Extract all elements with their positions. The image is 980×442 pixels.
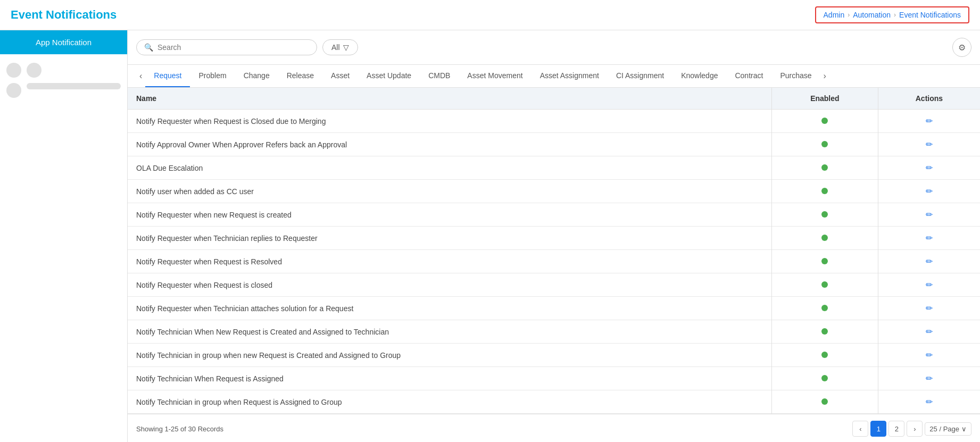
pagination-page-2[interactable]: 2 (888, 421, 904, 437)
edit-icon[interactable]: ✏ (926, 233, 933, 243)
row-name: Notify Technician When New Request is Cr… (128, 320, 771, 344)
tab-prev-button[interactable]: ‹ (136, 71, 145, 81)
table-row: Notify Technician in group when Request … (128, 390, 980, 414)
table-row: Notify Technician in group when new Requ… (128, 344, 980, 367)
filter-label: All (331, 43, 340, 52)
sidebar: App Notification (0, 30, 128, 442)
edit-icon[interactable]: ✏ (926, 116, 933, 126)
tab-asset-movement[interactable]: Asset Movement (459, 65, 531, 87)
placeholder-rect-1 (27, 83, 121, 89)
row-actions[interactable]: ✏ (878, 297, 980, 320)
breadcrumb-automation[interactable]: Automation (853, 11, 891, 19)
edit-icon[interactable]: ✏ (926, 374, 933, 383)
notifications-table: Name Enabled Actions Notify Requester wh… (128, 88, 980, 414)
per-page-selector[interactable]: 25 / Page ∨ (925, 422, 971, 436)
tab-cmdb[interactable]: CMDB (420, 65, 459, 87)
edit-icon[interactable]: ✏ (926, 327, 933, 336)
tab-ci-assignment[interactable]: CI Assignment (608, 65, 672, 87)
edit-icon[interactable]: ✏ (926, 397, 933, 406)
row-actions[interactable]: ✏ (878, 344, 980, 367)
breadcrumb-event-notifications[interactable]: Event Notifications (899, 11, 961, 19)
edit-icon[interactable]: ✏ (926, 280, 933, 289)
row-actions[interactable]: ✏ (878, 203, 980, 227)
tab-asset-assignment[interactable]: Asset Assignment (531, 65, 608, 87)
table-header-row: Name Enabled Actions (128, 88, 980, 110)
row-name: Notify Technician in group when Request … (128, 390, 771, 414)
tab-asset[interactable]: Asset (322, 65, 358, 87)
edit-icon[interactable]: ✏ (926, 304, 933, 313)
enabled-dot (821, 211, 828, 218)
enabled-dot (821, 281, 828, 288)
tab-knowledge[interactable]: Knowledge (672, 65, 726, 87)
edit-icon[interactable]: ✏ (926, 210, 933, 219)
edit-icon[interactable]: ✏ (926, 351, 933, 360)
breadcrumb-sep-2: › (894, 11, 896, 19)
row-actions[interactable]: ✏ (878, 156, 980, 180)
enabled-dot (821, 305, 828, 311)
row-actions[interactable]: ✏ (878, 273, 980, 297)
edit-icon[interactable]: ✏ (926, 163, 933, 172)
enabled-dot (821, 188, 828, 194)
per-page-chevron: ∨ (961, 425, 967, 433)
tab-problem[interactable]: Problem (190, 65, 235, 87)
edit-icon[interactable]: ✏ (926, 257, 933, 266)
pagination-info: Showing 1-25 of 30 Records (136, 425, 223, 433)
row-actions[interactable]: ✏ (878, 227, 980, 250)
table-row: Notify Requester when Technician attache… (128, 297, 980, 320)
search-input[interactable] (157, 43, 309, 52)
edit-icon[interactable]: ✏ (926, 140, 933, 149)
pagination-prev[interactable]: ‹ (852, 421, 868, 437)
enabled-dot (821, 235, 828, 241)
row-actions[interactable]: ✏ (878, 390, 980, 414)
app-notification-button[interactable]: App Notification (0, 30, 127, 54)
row-name: Notify Requester when Request is closed (128, 273, 771, 297)
main-content: 🔍 All ▽ ⚙ ‹ Request Problem Change Relea… (128, 30, 980, 442)
pagination-next[interactable]: › (907, 421, 923, 437)
row-name: Notify Requester when Technician attache… (128, 297, 771, 320)
table-row: Notify Requester when Technician replies… (128, 227, 980, 250)
table-row: Notify Technician When Request is Assign… (128, 367, 980, 390)
row-enabled (771, 367, 878, 390)
row-actions[interactable]: ✏ (878, 367, 980, 390)
tab-next-button[interactable]: › (820, 71, 829, 81)
row-actions[interactable]: ✏ (878, 133, 980, 156)
row-name: Notify Requester when Request is Closed … (128, 110, 771, 133)
breadcrumb-admin[interactable]: Admin (824, 11, 845, 19)
per-page-label: 25 / Page (929, 425, 959, 433)
enabled-dot (821, 118, 828, 124)
placeholder-circle-3 (6, 83, 21, 98)
enabled-dot (821, 398, 828, 405)
tab-purchase[interactable]: Purchase (771, 65, 820, 87)
row-enabled (771, 203, 878, 227)
row-name: Notify Requester when Technician replies… (128, 227, 771, 250)
column-name: Name (128, 88, 771, 110)
row-enabled (771, 110, 878, 133)
row-actions[interactable]: ✏ (878, 180, 980, 203)
row-actions[interactable]: ✏ (878, 110, 980, 133)
tab-release[interactable]: Release (278, 65, 322, 87)
placeholder-circle-1 (6, 63, 21, 78)
row-name: Notify user when added as CC user (128, 180, 771, 203)
edit-icon[interactable]: ✏ (926, 187, 933, 196)
table-row: Notify Requester when Request is closed✏ (128, 273, 980, 297)
column-actions: Actions (878, 88, 980, 110)
pagination-controls: ‹ 1 2 › 25 / Page ∨ (852, 421, 971, 437)
row-actions[interactable]: ✏ (878, 250, 980, 273)
tab-asset-update[interactable]: Asset Update (358, 65, 420, 87)
enabled-dot (821, 352, 828, 358)
row-name: Notify Requester when new Request is cre… (128, 203, 771, 227)
row-enabled (771, 133, 878, 156)
footer: Showing 1-25 of 30 Records ‹ 1 2 › 25 / … (128, 414, 980, 442)
pagination-page-1[interactable]: 1 (870, 421, 886, 437)
row-name: Notify Approval Owner When Approver Refe… (128, 133, 771, 156)
sidebar-placeholder (0, 54, 127, 106)
search-box[interactable]: 🔍 (136, 39, 317, 55)
tab-change[interactable]: Change (235, 65, 278, 87)
settings-button[interactable]: ⚙ (952, 38, 971, 57)
table-row: Notify Requester when Request is Closed … (128, 110, 980, 133)
row-actions[interactable]: ✏ (878, 320, 980, 344)
table-row: Notify user when added as CC user✏ (128, 180, 980, 203)
tab-request[interactable]: Request (145, 65, 190, 87)
filter-button[interactable]: All ▽ (322, 39, 358, 55)
tab-contract[interactable]: Contract (726, 65, 771, 87)
